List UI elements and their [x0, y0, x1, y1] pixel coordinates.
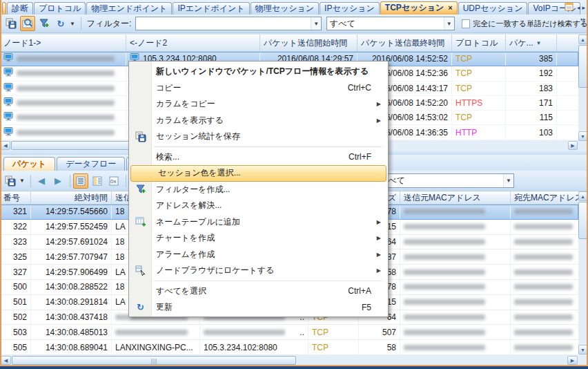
destination-mac-cell	[511, 280, 578, 294]
filter-add-icon[interactable]	[37, 16, 52, 31]
chevron-down-icon[interactable]: ▼	[311, 17, 321, 30]
tab-データフロー[interactable]: データフロー	[57, 157, 125, 171]
tab-パケット[interactable]: パケット	[3, 157, 55, 171]
menu-item-label: チャートを作成	[152, 232, 215, 244]
filter-scope-combobox[interactable]: すべて ▼	[326, 17, 455, 30]
column-header[interactable]: 宛先MACアドレス	[511, 191, 578, 205]
protocol-cell: TCP	[452, 111, 506, 124]
time-cell: 14:29:57.707947	[31, 249, 112, 264]
menu-item-label: すべてを選択	[152, 285, 206, 297]
chevron-down-icon[interactable]: ▼	[70, 21, 75, 27]
refresh-icon[interactable]: ↻	[53, 16, 68, 31]
chevron-down-icon[interactable]: ▼	[19, 178, 25, 184]
save-report-icon[interactable]	[3, 173, 18, 189]
column-header[interactable]: パケット送信最終時間	[357, 35, 452, 52]
column-header[interactable]: 番号	[0, 191, 31, 205]
menu-item[interactable]: アラームを作成▶	[129, 247, 388, 263]
menu-item[interactable]: カラムを表示する▶	[129, 113, 388, 129]
submenu-arrow-icon: ▶	[377, 117, 382, 124]
menu-item[interactable]: 検索...Ctrl+F	[129, 149, 388, 166]
number-cell: 502	[0, 310, 31, 325]
menu-item[interactable]: ノードブラウザにロケートする▶	[129, 263, 388, 279]
menu-item[interactable]: チャートを作成▶	[129, 230, 388, 247]
menu-item-label: コピー	[152, 82, 182, 94]
redacted-text	[17, 115, 115, 120]
column-header[interactable]: ノード1->	[0, 35, 126, 52]
submenu-arrow-icon: ▶	[377, 235, 382, 241]
menu-item[interactable]: すべてを選択Ctrl+A	[129, 283, 388, 300]
packet-row[interactable]: 50514:30:08.689041LANXINGXING-PC...105.3…	[0, 340, 578, 355]
arrow-forward-icon[interactable]: ▶	[50, 173, 66, 189]
scroll-thumb[interactable]	[12, 356, 296, 365]
packet-hscrollbar[interactable]: ◀ ▶	[0, 355, 578, 366]
menu-item-label: フィルターを作成...	[152, 184, 230, 196]
view-hex-icon[interactable]: 0x	[106, 173, 121, 189]
menu-item-label: アラームを作成	[152, 249, 215, 261]
scroll-left-icon[interactable]: ◀	[1, 356, 11, 365]
refresh-icon: ↻	[129, 302, 152, 312]
tab-物理エンドポイント[interactable]: 物理エンドポイント	[86, 2, 172, 15]
column-header[interactable]: プロトコル	[452, 35, 506, 52]
destination-mac-cell	[511, 205, 578, 219]
redacted-text	[17, 100, 115, 106]
view-detail-icon[interactable]	[90, 173, 105, 189]
tab-TCPセッション[interactable]: TCPセッション×	[380, 1, 458, 15]
tab-scroll-right-icon[interactable]: ▸	[582, 2, 585, 13]
menu-item[interactable]: コピーCtrl+C	[129, 80, 388, 97]
menu-item[interactable]: 新しいウィンドウでパケット/TCPフロー情報を表示する	[129, 64, 388, 80]
redacted-text	[17, 130, 115, 135]
menu-item[interactable]: ↻更新F5	[129, 299, 388, 316]
redacted-text	[404, 345, 485, 350]
chevron-down-icon[interactable]: ▼	[444, 17, 454, 30]
save-report-icon[interactable]	[3, 16, 19, 31]
time-cell: 14:30:08.689041	[31, 340, 112, 354]
node1-cell	[0, 82, 126, 95]
menu-item[interactable]: カラムをコピー▶	[129, 96, 388, 113]
redacted-text	[514, 345, 573, 350]
number-cell: 325	[0, 249, 31, 264]
protocol-cell: TCP	[308, 340, 359, 354]
redacted-text	[204, 330, 285, 335]
tab-scroll-left-icon[interactable]: ◂	[577, 2, 580, 13]
chevron-down-icon[interactable]: ▼	[503, 174, 513, 187]
tab-partial[interactable]	[2, 2, 6, 15]
tab-IPセッション[interactable]: IPセッション	[320, 2, 380, 15]
column-header	[557, 35, 578, 52]
menu-item[interactable]: セッション統計を保存	[129, 129, 388, 145]
tab-プロトコル[interactable]: プロトコル	[34, 2, 86, 15]
size-cell: 58	[359, 340, 400, 354]
tab-診断[interactable]: 診断	[7, 2, 33, 15]
packet-scope-combobox[interactable]: すべて ▼	[376, 173, 514, 188]
menu-item-label: アドレスを解決...	[152, 200, 222, 211]
host-icon	[3, 83, 14, 94]
view-list-icon[interactable]	[73, 173, 88, 189]
protocol-cell: TCP	[308, 325, 359, 339]
destination-mac-cell	[511, 249, 578, 264]
tab-UDPセッション[interactable]: UDPセッション	[458, 2, 528, 15]
menu-item-label: ネームテーブルに追加	[152, 216, 240, 228]
scroll-right-icon[interactable]: ▶	[567, 356, 578, 365]
destination-mac-cell	[511, 220, 578, 234]
locate-table-icon[interactable]	[20, 16, 35, 31]
column-header[interactable]: <-ノード2	[126, 35, 260, 52]
packet-row[interactable]: 50314:30:08.485013..TCP507	[0, 325, 578, 340]
exact-match-checkbox[interactable]	[462, 19, 470, 28]
scroll-right-icon[interactable]: ▶	[568, 141, 578, 150]
column-header[interactable]: 絶対時間	[31, 191, 112, 205]
tab-list-icon[interactable]	[565, 1, 575, 14]
close-icon[interactable]: ×	[448, 3, 452, 12]
menu-item[interactable]: アドレスを解決...	[129, 198, 388, 214]
tab-IPエンドポイント[interactable]: IPエンドポイント	[173, 2, 249, 15]
scroll-left-icon[interactable]: ◀	[1, 141, 10, 150]
filter-combobox[interactable]: ▼	[135, 17, 322, 30]
menu-item[interactable]: セッション色を選択...	[130, 165, 386, 182]
packets-cell: 385	[506, 52, 557, 66]
menu-item[interactable]: フィルターを作成...	[129, 182, 388, 198]
toolbar-overflow-icon[interactable]: ▸▸▾	[580, 17, 586, 26]
arrow-back-icon[interactable]: ◀	[34, 173, 49, 189]
column-header[interactable]: パケ...▼	[506, 35, 557, 52]
column-header[interactable]: パケット送信開始時間	[260, 35, 357, 52]
menu-item[interactable]: ネームテーブルに追加▶	[129, 214, 388, 231]
tab-物理セッション[interactable]: 物理セッション	[251, 2, 319, 15]
column-header[interactable]: 送信元MACアドレス	[400, 191, 511, 205]
